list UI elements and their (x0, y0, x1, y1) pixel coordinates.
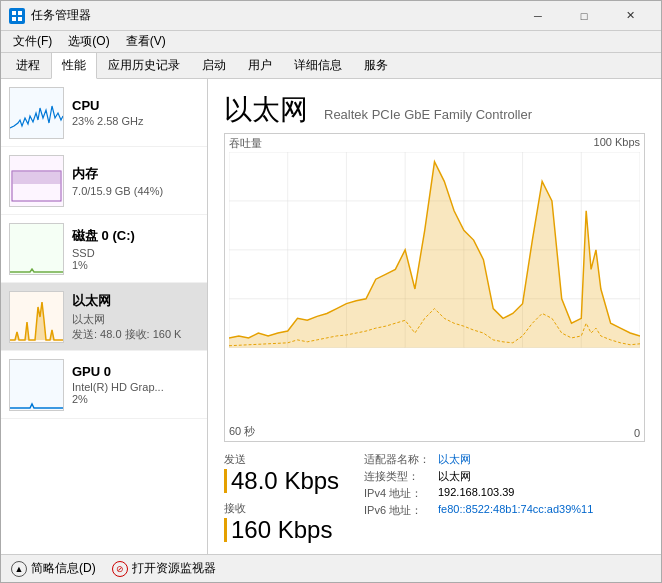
detail-table: 适配器名称： 以太网 连接类型： 以太网 IPv4 地址： 192.168.10… (364, 452, 645, 542)
gpu-title: GPU 0 (72, 364, 199, 379)
net-line1: 以太网 (72, 312, 199, 327)
svg-rect-2 (12, 17, 16, 21)
send-value: 48.0 Kbps (224, 469, 344, 493)
monitor-button[interactable]: ⊘ 打开资源监视器 (112, 560, 216, 577)
summary-icon: ▲ (11, 561, 27, 577)
tab-startup[interactable]: 启动 (191, 52, 237, 78)
disk-mini-chart (9, 223, 64, 275)
tab-performance[interactable]: 性能 (51, 52, 97, 79)
cpu-info: CPU 23% 2.58 GHz (72, 98, 199, 127)
menu-file[interactable]: 文件(F) (5, 31, 60, 52)
minimize-button[interactable]: ─ (515, 1, 561, 31)
send-label: 发送 (224, 452, 344, 467)
tab-services[interactable]: 服务 (353, 52, 399, 78)
sidebar-item-gpu[interactable]: GPU 0 Intel(R) HD Grap... 2% (1, 351, 207, 419)
mem-subtitle: 7.0/15.9 GB (44%) (72, 185, 199, 197)
sidebar-item-cpu[interactable]: CPU 23% 2.58 GHz (1, 79, 207, 147)
detail-val-1: 以太网 (438, 469, 645, 484)
titlebar: 任务管理器 ─ □ ✕ (1, 1, 661, 31)
detail-val-0: 以太网 (438, 452, 645, 467)
menu-options[interactable]: 选项(O) (60, 31, 117, 52)
summary-label: 简略信息(D) (31, 560, 96, 577)
disk-line2: 1% (72, 259, 199, 271)
gpu-mini-chart (9, 359, 64, 411)
main-header: 以太网 Realtek PCIe GbE Family Controller (224, 91, 645, 129)
gpu-line1: Intel(R) HD Grap... (72, 381, 199, 393)
monitor-label: 打开资源监视器 (132, 560, 216, 577)
net-title: 以太网 (72, 292, 199, 310)
main-subtitle: Realtek PCIe GbE Family Controller (324, 107, 532, 122)
monitor-icon: ⊘ (112, 561, 128, 577)
mem-title: 内存 (72, 165, 199, 183)
menu-view[interactable]: 查看(V) (118, 31, 174, 52)
svg-rect-0 (12, 11, 16, 15)
sidebar-item-network[interactable]: 以太网 以太网 发送: 48.0 接收: 160 K (1, 283, 207, 351)
disk-title: 磁盘 0 (C:) (72, 227, 199, 245)
tab-process[interactable]: 进程 (5, 52, 51, 78)
send-stat: 发送 48.0 Kbps (224, 452, 344, 493)
receive-value: 160 Kbps (224, 518, 344, 542)
tab-details[interactable]: 详细信息 (283, 52, 353, 78)
chart-y-top-right: 100 Kbps (594, 136, 640, 148)
chart-svg (229, 152, 640, 348)
tab-users[interactable]: 用户 (237, 52, 283, 78)
gpu-line2: 2% (72, 393, 199, 405)
cpu-subtitle: 23% 2.58 GHz (72, 115, 199, 127)
chart-x-right: 0 (634, 427, 640, 439)
window-title: 任务管理器 (31, 7, 515, 24)
menubar: 文件(F) 选项(O) 查看(V) (1, 31, 661, 53)
detail-key-2: IPv4 地址： (364, 486, 430, 501)
main-chart: 吞吐量 100 Kbps 60 秒 0 (224, 133, 645, 442)
sidebar-item-disk[interactable]: 磁盘 0 (C:) SSD 1% (1, 215, 207, 283)
svg-rect-1 (18, 11, 22, 15)
content-area: CPU 23% 2.58 GHz 内存 7.0/15.9 GB (44%) (1, 79, 661, 554)
main-title: 以太网 (224, 91, 308, 129)
receive-label: 接收 (224, 501, 344, 516)
net-mini-chart (9, 291, 64, 343)
chart-y-label: 吞吐量 (229, 136, 262, 151)
cpu-mini-chart (9, 87, 64, 139)
svg-rect-5 (12, 171, 61, 184)
detail-val-3: fe80::8522:48b1:74cc:ad39%11 (438, 503, 645, 518)
svg-rect-3 (18, 17, 22, 21)
bottom-info: 发送 48.0 Kbps 接收 160 Kbps 适配器名称： 以太网 连接类型… (224, 446, 645, 542)
main-window: 任务管理器 ─ □ ✕ 文件(F) 选项(O) 查看(V) 进程 性能 应用历史… (0, 0, 662, 583)
tab-history[interactable]: 应用历史记录 (97, 52, 191, 78)
mem-mini-chart (9, 155, 64, 207)
footer: ▲ 简略信息(D) ⊘ 打开资源监视器 (1, 554, 661, 582)
detail-key-1: 连接类型： (364, 469, 430, 484)
disk-line1: SSD (72, 247, 199, 259)
maximize-button[interactable]: □ (561, 1, 607, 31)
net-line2: 发送: 48.0 接收: 160 K (72, 327, 199, 342)
detail-key-0: 适配器名称： (364, 452, 430, 467)
window-controls: ─ □ ✕ (515, 1, 653, 31)
sidebar-item-memory[interactable]: 内存 7.0/15.9 GB (44%) (1, 147, 207, 215)
receive-stat: 接收 160 Kbps (224, 501, 344, 542)
detail-key-3: IPv6 地址： (364, 503, 430, 518)
cpu-title: CPU (72, 98, 199, 113)
chart-x-left: 60 秒 (229, 424, 255, 439)
tabbar: 进程 性能 应用历史记录 启动 用户 详细信息 服务 (1, 53, 661, 79)
app-icon (9, 8, 25, 24)
detail-val-2: 192.168.103.39 (438, 486, 645, 501)
summary-button[interactable]: ▲ 简略信息(D) (11, 560, 96, 577)
sidebar: CPU 23% 2.58 GHz 内存 7.0/15.9 GB (44%) (1, 79, 208, 554)
disk-info: 磁盘 0 (C:) SSD 1% (72, 227, 199, 271)
net-info: 以太网 以太网 发送: 48.0 接收: 160 K (72, 292, 199, 342)
gpu-info: GPU 0 Intel(R) HD Grap... 2% (72, 364, 199, 405)
close-button[interactable]: ✕ (607, 1, 653, 31)
mem-info: 内存 7.0/15.9 GB (44%) (72, 165, 199, 197)
main-panel: 以太网 Realtek PCIe GbE Family Controller 吞… (208, 79, 661, 554)
